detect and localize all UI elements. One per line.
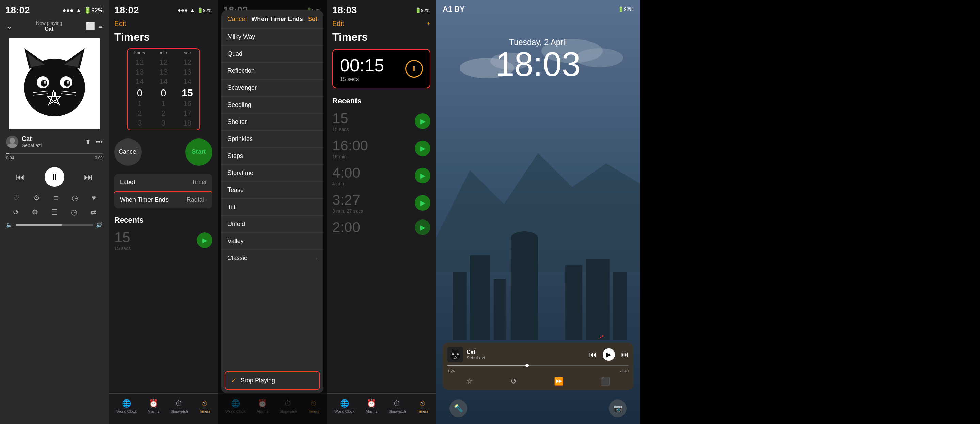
r4-time: 3:27: [332, 192, 363, 208]
prev-button[interactable]: ⏮: [16, 172, 25, 183]
svg-point-8: [41, 80, 47, 87]
repeat-icon[interactable]: ↺: [13, 208, 19, 217]
mini-star-icon[interactable]: ☆: [466, 377, 473, 386]
stopwatch-icon: ⏱: [175, 399, 183, 408]
timer-pause-button[interactable]: ⏸: [405, 60, 423, 78]
timer-picker[interactable]: hours 12 13 14 0 1 2 3 min 12 13 14 0 1 …: [109, 46, 218, 133]
valley-label: Valley: [228, 238, 244, 245]
settings-icon[interactable]: ⚙: [33, 194, 40, 202]
mini-artist: SebaLazi: [466, 355, 586, 360]
tab-timers-4[interactable]: ⏲ Timers: [417, 399, 428, 413]
lyrics-icon[interactable]: ≡: [54, 194, 58, 202]
label-setting-row[interactable]: Label Timer: [115, 174, 213, 191]
list-item-milkyway[interactable]: Milky Way: [221, 29, 323, 46]
clock-icon[interactable]: ◷: [72, 194, 78, 202]
timer-start-button[interactable]: Start: [185, 138, 213, 166]
r5-play[interactable]: ▶: [415, 219, 430, 235]
timer2-add[interactable]: +: [426, 20, 430, 27]
r3-play[interactable]: ▶: [415, 168, 430, 183]
stop-playing-container: ✓ Stop Playing: [221, 369, 323, 393]
min-label: min: [160, 50, 167, 56]
chevron-icon: ›: [205, 197, 207, 203]
list-item-storytime[interactable]: Storytime: [221, 165, 323, 182]
ls-battery: 🔋92%: [618, 6, 633, 12]
timer-cancel-button[interactable]: Cancel: [115, 138, 142, 166]
tab-alarms[interactable]: ⏰ Alarms: [148, 399, 159, 413]
when-timer-ends-row[interactable]: When Timer Ends Radial ›: [115, 191, 213, 208]
mini-forward2-icon[interactable]: ⏩: [554, 377, 563, 386]
tab-timers-label: Timers: [199, 410, 210, 413]
heart-icon[interactable]: ♡: [13, 194, 20, 202]
list-item-seedling[interactable]: Seedling: [221, 97, 323, 114]
recent-play-button[interactable]: ▶: [197, 232, 213, 248]
tab-alarms-4[interactable]: ⏰ Alarms: [366, 399, 377, 413]
ls-status-bar: A1 BY 🔋92%: [436, 0, 640, 14]
list-item-valley[interactable]: Valley: [221, 233, 323, 250]
list-icon[interactable]: ☰: [51, 208, 58, 217]
stop-playing-row[interactable]: ✓ Stop Playing: [225, 371, 320, 390]
svg-point-17: [10, 138, 15, 143]
shuffle-icon[interactable]: ⇄: [90, 208, 96, 217]
timer2-edit[interactable]: Edit: [332, 20, 344, 27]
steps-label: Steps: [228, 152, 243, 160]
recent-1600: 16:00 16 min ▶: [327, 135, 436, 162]
mini-airplay-icon[interactable]: ⬛: [601, 377, 610, 386]
list-item-unfold[interactable]: Unfold: [221, 216, 323, 233]
sw-icon-4: ⏱: [393, 399, 401, 408]
tab-world-clock[interactable]: 🌐 World Clock: [116, 399, 137, 413]
sec-picker[interactable]: sec 12 13 14 15 16 17 18: [175, 50, 199, 128]
list-item-tilt[interactable]: Tilt: [221, 199, 323, 216]
modal-set-button[interactable]: Set: [308, 16, 317, 23]
volume-track[interactable]: [16, 224, 93, 225]
list-item-scavenger[interactable]: Scavenger: [221, 79, 323, 97]
list-item-tease[interactable]: Tease: [221, 182, 323, 199]
modal-cancel-button[interactable]: Cancel: [228, 16, 247, 23]
list-item-reflection[interactable]: Reflection: [221, 63, 323, 79]
timer-top-bar: Edit: [109, 18, 218, 29]
list-item-steps[interactable]: Steps: [221, 148, 323, 165]
timer-icon[interactable]: ◷: [71, 208, 77, 217]
list-item-shelter[interactable]: Shelter: [221, 114, 323, 131]
share-icon[interactable]: ⬆: [85, 138, 91, 146]
svg-point-11: [67, 81, 70, 84]
r4-play[interactable]: ▶: [415, 195, 430, 211]
mini-repeat-icon[interactable]: ↺: [511, 377, 517, 386]
wifi-icon-2: ▲: [190, 7, 195, 13]
tab-wc-4[interactable]: 🌐 World Clock: [334, 399, 355, 413]
airplay-icon[interactable]: ⬜: [86, 22, 95, 31]
hours-row-3: 3: [138, 118, 142, 128]
timer-edit-button[interactable]: Edit: [115, 20, 126, 27]
next-button[interactable]: ⏭: [84, 172, 93, 183]
flashlight-button[interactable]: 🔦: [449, 400, 467, 417]
mini-progress-bar[interactable]: [447, 365, 628, 366]
avatar: [6, 136, 18, 148]
progress-track[interactable]: [6, 153, 103, 154]
r1-play[interactable]: ▶: [415, 113, 430, 129]
more-options-icon[interactable]: ⚙: [32, 208, 38, 217]
camera-button[interactable]: 📷: [609, 400, 627, 417]
hours-picker[interactable]: hours 12 13 14 0 1 2 3: [128, 50, 151, 128]
svg-rect-29: [586, 259, 609, 340]
mini-play-button[interactable]: ▶: [603, 348, 615, 361]
menu-icon[interactable]: ≡: [99, 22, 103, 31]
progress-bar[interactable]: 0:04 3:09: [0, 151, 109, 162]
time-total: 3:09: [95, 156, 103, 160]
list-item-classic[interactable]: Classic ›: [221, 250, 323, 267]
r2-play[interactable]: ▶: [415, 141, 430, 156]
hours-row-1: 1: [138, 99, 142, 109]
tab-bar-4: 🌐 World Clock ⏰ Alarms ⏱ Stopwatch ⏲ Tim…: [327, 393, 436, 424]
tab-stopwatch[interactable]: ⏱ Stopwatch: [170, 399, 188, 413]
min-picker[interactable]: min 12 13 14 0 1 2 3: [151, 50, 175, 128]
list-item-quad[interactable]: Quad: [221, 46, 323, 63]
mini-back-icon[interactable]: ⏮: [589, 350, 597, 359]
heart-filled-icon[interactable]: ♥: [92, 194, 96, 202]
ls-carrier: A1 BY: [443, 5, 465, 14]
tab-timers-active[interactable]: ⏲ Timers: [199, 399, 210, 413]
list-item-sprinkles[interactable]: Sprinkles: [221, 131, 323, 148]
more-icon[interactable]: •••: [96, 138, 103, 146]
tab-sw-4[interactable]: ⏱ Stopwatch: [388, 399, 406, 413]
pause-button[interactable]: ⏸: [45, 167, 64, 187]
flashlight-icon: 🔦: [454, 404, 463, 413]
mini-forward-icon[interactable]: ⏭: [621, 350, 628, 359]
chevron-down-icon[interactable]: ⌄: [6, 22, 12, 31]
